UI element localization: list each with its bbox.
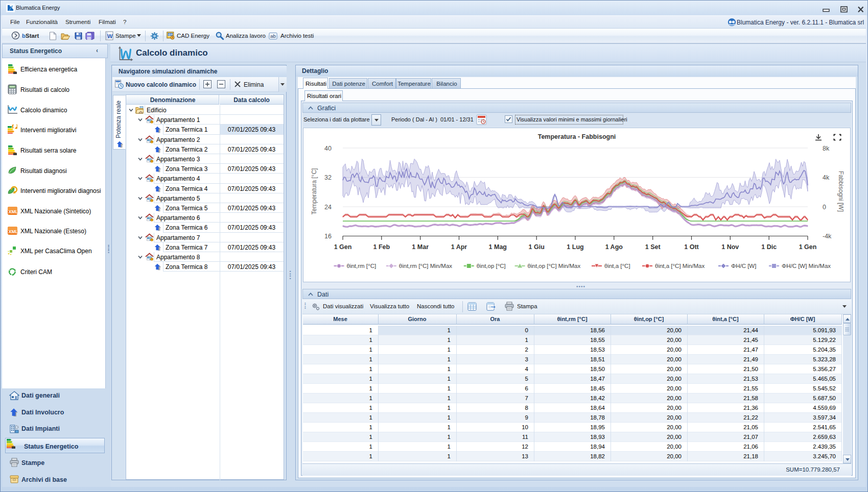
svg-text:1 Giu: 1 Giu bbox=[529, 243, 545, 251]
svg-text:40: 40 bbox=[324, 145, 332, 152]
svg-text:32: 32 bbox=[324, 174, 332, 181]
svg-text:-4k: -4k bbox=[823, 233, 832, 240]
svg-text:1 Ago: 1 Ago bbox=[605, 243, 623, 251]
svg-text:XML: XML bbox=[9, 209, 18, 214]
svg-text:1 Mag: 1 Mag bbox=[489, 243, 507, 251]
svg-text:θint,op [°C] Min/Max: θint,op [°C] Min/Max bbox=[528, 263, 581, 269]
svg-text:0: 0 bbox=[823, 204, 826, 211]
svg-text:θint,op [°C]: θint,op [°C] bbox=[477, 263, 506, 269]
svg-text:1 Mar: 1 Mar bbox=[412, 243, 429, 251]
svg-text:1 Gen: 1 Gen bbox=[334, 243, 352, 251]
svg-text:16: 16 bbox=[324, 233, 332, 240]
svg-text:24: 24 bbox=[324, 204, 332, 211]
svg-text:1 Gen: 1 Gen bbox=[799, 243, 817, 251]
svg-text:ΦH/C [W] Min/Max: ΦH/C [W] Min/Max bbox=[782, 263, 831, 269]
svg-text:θint,rm [°C] Min/Max: θint,rm [°C] Min/Max bbox=[399, 263, 453, 269]
svg-text:1 Set: 1 Set bbox=[645, 243, 661, 251]
svg-text:θint,a [°C] Min/Max: θint,a [°C] Min/Max bbox=[655, 263, 705, 269]
svg-text:1 Apr: 1 Apr bbox=[451, 243, 467, 251]
svg-text:Temperatura - Fabbisogni: Temperatura - Fabbisogni bbox=[538, 133, 616, 140]
svg-text:W: W bbox=[107, 33, 113, 39]
svg-text:1 Feb: 1 Feb bbox=[373, 243, 390, 251]
svg-text:1 Lug: 1 Lug bbox=[567, 243, 583, 251]
svg-text:θint,a [°C]: θint,a [°C] bbox=[604, 263, 630, 269]
svg-text:1 Ott: 1 Ott bbox=[684, 243, 699, 251]
svg-text:1 Dic: 1 Dic bbox=[761, 243, 777, 251]
svg-text:θint,rm [°C]: θint,rm [°C] bbox=[347, 263, 377, 269]
svg-text:Fabbisogni [W]: Fabbisogni [W] bbox=[837, 171, 844, 212]
svg-text:1 Nov: 1 Nov bbox=[721, 243, 739, 251]
svg-text:ΦH/C [W]: ΦH/C [W] bbox=[731, 263, 756, 269]
svg-text:8k: 8k bbox=[823, 145, 830, 152]
svg-text:Temperatura [°C]: Temperatura [°C] bbox=[311, 168, 318, 215]
svg-text:XML: XML bbox=[9, 229, 18, 234]
svg-text:4k: 4k bbox=[823, 174, 830, 181]
svg-text:ab: ab bbox=[270, 33, 276, 39]
